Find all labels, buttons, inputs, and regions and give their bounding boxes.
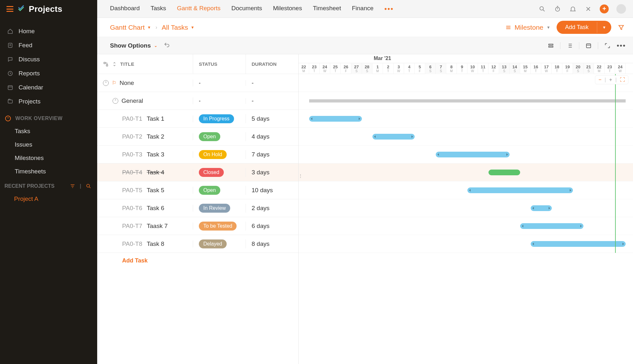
sidebar-item-projects[interactable]: Projects [0, 95, 97, 109]
search-icon[interactable] [86, 183, 91, 189]
day-column: 5F [415, 63, 425, 74]
filter-icon[interactable] [618, 24, 625, 31]
milestone-dropdown[interactable]: Milestone▼ [505, 24, 551, 31]
gantt-bar[interactable] [372, 134, 415, 140]
day-column: 19F [562, 63, 573, 74]
brand-name: Projects [29, 4, 62, 14]
task-name: Task 2 [147, 133, 164, 140]
tools-icon[interactable] [584, 5, 592, 13]
svg-point-6 [556, 7, 560, 11]
zoom-out-icon[interactable]: − [598, 77, 601, 83]
tab-dashboard[interactable]: Dashboard [110, 5, 140, 13]
group-bar[interactable] [309, 99, 626, 102]
sidebar-item-calendar[interactable]: Calendar [0, 80, 97, 95]
status-badge[interactable]: Delayed [199, 239, 227, 248]
tab-gantt-reports[interactable]: Gantt & Reports [177, 5, 221, 13]
tab-finance[interactable]: Finance [352, 5, 374, 13]
menu-icon[interactable] [6, 6, 13, 12]
gantt-bar[interactable] [436, 152, 510, 157]
task-id: PA0-T5 [122, 187, 142, 194]
sidebar-item-feed[interactable]: Feed [0, 38, 97, 52]
chart-row-group [299, 74, 633, 92]
collapse-icon[interactable]: ⌃ [103, 80, 109, 86]
hierarchy-icon[interactable] [103, 61, 109, 67]
task-name: Task 4 [147, 169, 164, 176]
show-options-toggle[interactable]: Show Options⌄ [110, 42, 157, 49]
zoom-in-icon[interactable]: + [609, 77, 612, 83]
sidebar-item-home[interactable]: Home [0, 24, 97, 38]
topnav-tabs: DashboardTasksGantt & ReportsDocumentsMi… [110, 5, 394, 13]
logo-icon [17, 5, 25, 13]
gantt-bar[interactable] [309, 116, 362, 122]
task-row[interactable]: PA0-T5 Task 5Open10 days [97, 181, 298, 199]
calendar-icon[interactable] [585, 42, 592, 49]
tab-timesheet[interactable]: Timesheet [313, 5, 341, 13]
more-icon[interactable]: ••• [617, 42, 626, 50]
status-badge[interactable]: To be Tested [199, 222, 237, 231]
tab-tasks[interactable]: Tasks [151, 5, 166, 13]
status-badge[interactable]: Open [199, 132, 220, 141]
gantt-bar[interactable] [531, 205, 552, 211]
tab-milestones[interactable]: Milestones [273, 5, 302, 13]
more-tabs-icon[interactable]: ••• [384, 5, 394, 13]
section-label: WORK OVERVIEW [15, 116, 63, 121]
gantt-bar[interactable] [531, 241, 626, 247]
add-button[interactable]: + [600, 4, 609, 13]
subbar: Gantt Chart▼ › All Tasks▼ Milestone▼ Add… [97, 18, 633, 37]
add-task-link[interactable]: Add Task [97, 253, 298, 269]
view-icon-1[interactable] [547, 42, 554, 49]
avatar[interactable] [616, 4, 626, 14]
status-badge[interactable]: On Hold [199, 150, 227, 159]
gantt-bar[interactable] [467, 187, 573, 193]
sidebar-item-discuss[interactable]: Discuss [0, 52, 97, 66]
sidebar-item-timesheets[interactable]: Timesheets [0, 165, 97, 178]
sidebar-item-reports[interactable]: Reports [0, 66, 97, 80]
status-badge[interactable]: In Progress [199, 114, 234, 123]
column-resize-handle[interactable]: ⋮⋮ [299, 172, 301, 179]
svg-rect-0 [8, 43, 12, 47]
collapse-icon[interactable]: ⌃ [113, 98, 118, 104]
sort-icon[interactable] [112, 62, 117, 67]
task-row[interactable]: PA0-T3 Task 3On Hold7 days [97, 146, 298, 163]
undo-icon[interactable] [164, 42, 170, 49]
recent-project-link[interactable]: Project A [0, 192, 97, 206]
sidebar-item-tasks[interactable]: Tasks [0, 125, 97, 138]
bell-icon[interactable] [569, 5, 577, 13]
crumb-gantt[interactable]: Gantt Chart▼ [110, 24, 151, 31]
tab-documents[interactable]: Documents [231, 5, 262, 13]
group-row-none[interactable]: ⌃⚐None - - [97, 74, 298, 92]
expand-icon[interactable] [604, 42, 611, 49]
task-row[interactable]: PA0-T8 Task 8Delayed8 days [97, 235, 298, 253]
add-task-button[interactable]: Add Task▼ [557, 21, 611, 34]
filter-icon[interactable] [70, 183, 75, 189]
sidebar-item-milestones[interactable]: Milestones [0, 151, 97, 165]
task-row[interactable]: PA0-T1 Task 1In Progress5 days [97, 110, 298, 128]
gantt-bar[interactable] [488, 170, 520, 175]
status-badge[interactable]: In Review [199, 204, 230, 213]
task-grid: TITLE STATUS DURATION ⌃⚐None - - ⌃Genera… [97, 54, 299, 364]
task-row[interactable]: PA0-T2 Task 2Open4 days [97, 128, 298, 146]
view-icon-2[interactable] [566, 42, 573, 49]
task-row[interactable]: PA0-T7 Taask 7To be Tested6 days [97, 217, 298, 235]
task-row[interactable]: PA0-T6 Task 6In Review2 days [97, 199, 298, 217]
gantt-bar[interactable] [520, 223, 583, 229]
search-icon[interactable] [538, 5, 546, 13]
task-row[interactable]: PA0-T4 Task 4Closed3 days [97, 163, 298, 181]
breadcrumb: Gantt Chart▼ › All Tasks▼ [110, 24, 194, 31]
chart-row [299, 235, 633, 253]
sidebar-item-issues[interactable]: Issues [0, 138, 97, 151]
group-row-general[interactable]: ⌃General - - [97, 92, 298, 110]
timer-icon[interactable] [554, 5, 561, 13]
work-overview-header[interactable]: ⌃ WORK OVERVIEW [0, 111, 97, 125]
fit-icon[interactable]: ⛶ [620, 77, 625, 83]
chevron-down-icon[interactable]: ▼ [597, 22, 611, 33]
discuss-icon [7, 56, 13, 63]
svg-rect-10 [104, 62, 106, 64]
today-line [615, 74, 616, 253]
status-badge[interactable]: Open [199, 186, 220, 195]
status-badge[interactable]: Closed [199, 168, 224, 177]
task-duration: 5 days [246, 115, 298, 122]
logo-row: Projects [0, 0, 97, 18]
crumb-alltasks[interactable]: All Tasks▼ [162, 24, 194, 31]
task-id: PA0-T1 [122, 115, 142, 122]
